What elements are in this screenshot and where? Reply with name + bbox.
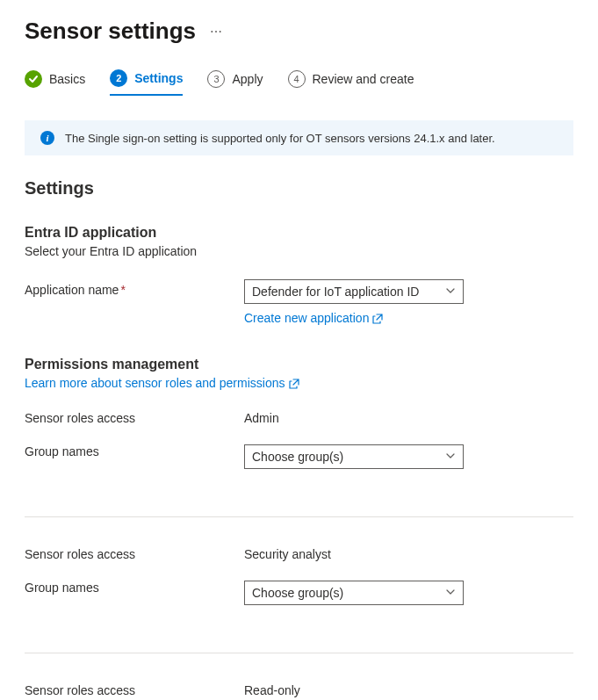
sensor-roles-access-label: Sensor roles access	[25, 411, 244, 425]
step-number-icon: 4	[288, 70, 306, 88]
sensor-roles-access-label: Sensor roles access	[25, 547, 244, 561]
required-indicator: *	[120, 283, 125, 297]
step-apply[interactable]: 3 Apply	[207, 70, 263, 95]
more-actions-icon[interactable]: ⋯	[210, 25, 224, 38]
step-review[interactable]: 4 Review and create	[288, 70, 414, 95]
step-basics[interactable]: Basics	[25, 70, 85, 95]
group-names-label: Group names	[25, 444, 244, 469]
info-banner-text: The Single sign-on setting is supported …	[65, 132, 495, 145]
step-label: Apply	[232, 72, 263, 86]
chevron-down-icon	[445, 285, 456, 298]
external-link-icon	[289, 378, 299, 388]
entra-heading: Entra ID application	[25, 225, 573, 241]
step-label: Basics	[49, 72, 85, 86]
application-name-select[interactable]: Defender for IoT application ID	[244, 279, 464, 304]
page-title: Sensor settings	[25, 18, 196, 45]
chevron-down-icon	[445, 451, 456, 463]
external-link-icon	[372, 313, 383, 323]
sensor-role-value: Admin	[244, 411, 279, 425]
wizard-stepper: Basics 2 Settings 3 Apply 4 Review and c…	[25, 69, 573, 96]
application-name-label: Application name*	[25, 279, 244, 297]
divider	[25, 516, 573, 517]
step-label: Settings	[134, 71, 183, 85]
step-number-icon: 3	[207, 70, 225, 88]
settings-heading: Settings	[25, 178, 573, 198]
permissions-heading: Permissions management	[25, 357, 573, 372]
role-block-admin: Sensor roles access Admin Group names Ch…	[25, 411, 573, 502]
select-value: Defender for IoT application ID	[252, 285, 419, 299]
select-value: Choose group(s)	[252, 450, 343, 464]
sensor-role-value: Security analyst	[244, 547, 331, 561]
create-new-application-link[interactable]: Create new application	[244, 311, 383, 325]
step-label: Review and create	[313, 72, 414, 86]
info-icon: i	[40, 131, 54, 145]
sensor-roles-access-label: Sensor roles access	[25, 683, 244, 697]
divider	[25, 653, 573, 653]
sensor-role-value: Read-only	[244, 683, 300, 697]
chevron-down-icon	[445, 587, 456, 599]
learn-more-permissions-link[interactable]: Learn more about sensor roles and permis…	[25, 376, 299, 390]
group-names-label: Group names	[25, 581, 244, 605]
group-names-select-admin[interactable]: Choose group(s)	[244, 444, 464, 469]
step-number-icon: 2	[110, 69, 127, 87]
checkmark-icon	[25, 70, 42, 88]
role-block-security-analyst: Sensor roles access Security analyst Gro…	[25, 547, 573, 639]
info-banner: i The Single sign-on setting is supporte…	[25, 120, 573, 155]
step-settings[interactable]: 2 Settings	[110, 69, 183, 96]
entra-desc: Select your Entra ID application	[25, 244, 573, 258]
role-block-read-only: Sensor roles access Read-only Group name…	[25, 683, 573, 700]
select-value: Choose group(s)	[252, 586, 343, 600]
group-names-select-security-analyst[interactable]: Choose group(s)	[244, 581, 464, 605]
